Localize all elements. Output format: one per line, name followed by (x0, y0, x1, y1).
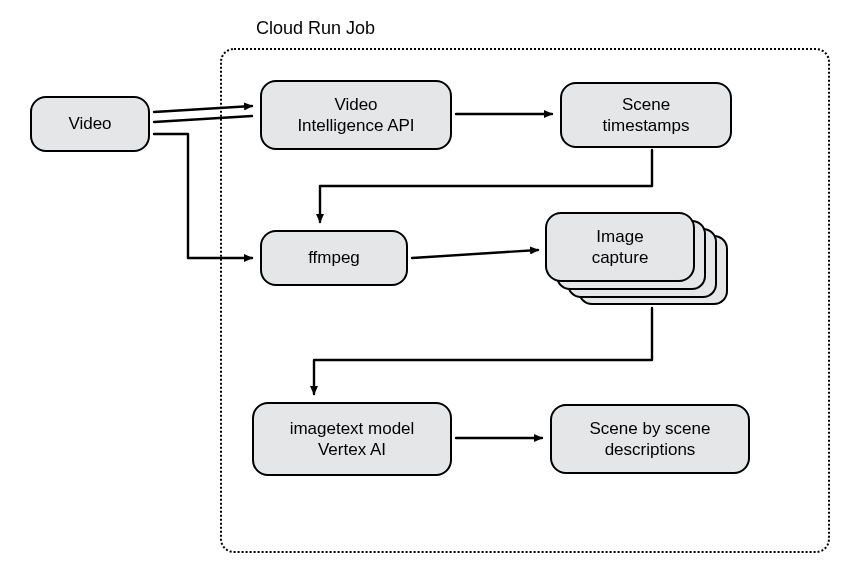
node-video-label: Video (68, 113, 111, 134)
node-scene-descriptions: Scene by scenedescriptions (550, 404, 750, 474)
node-video-intelligence: VideoIntelligence API (260, 80, 452, 150)
node-scene-timestamps: Scenetimestamps (560, 82, 732, 148)
node-image-capture-label: Imagecapture (592, 226, 649, 269)
node-ffmpeg: ffmpeg (260, 230, 408, 286)
node-scene-timestamps-label: Scenetimestamps (603, 94, 690, 137)
node-video-intelligence-label: VideoIntelligence API (297, 94, 414, 137)
node-image-capture: Imagecapture (545, 212, 695, 282)
node-ffmpeg-label: ffmpeg (308, 247, 360, 268)
node-imagetext: imagetext modelVertex AI (252, 402, 452, 476)
node-imagetext-label: imagetext modelVertex AI (290, 418, 415, 461)
node-scene-descriptions-label: Scene by scenedescriptions (590, 418, 711, 461)
node-video: Video (30, 96, 150, 152)
container-title: Cloud Run Job (256, 18, 375, 39)
